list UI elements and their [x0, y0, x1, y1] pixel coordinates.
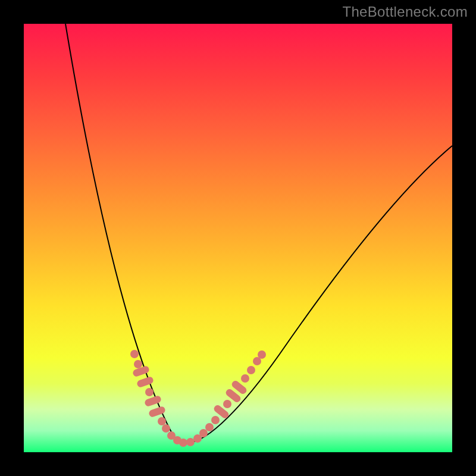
data-point — [205, 423, 214, 431]
data-point — [134, 360, 142, 368]
data-point — [130, 350, 139, 358]
chart-svg — [24, 24, 452, 452]
bottleneck-curve — [65, 24, 452, 443]
chart-plot-area — [24, 24, 452, 452]
watermark-text: TheBottleneck.com — [342, 4, 468, 20]
data-point — [199, 429, 208, 437]
data-point — [179, 439, 187, 447]
data-point — [186, 438, 195, 446]
data-point — [158, 417, 166, 425]
data-point — [162, 424, 170, 433]
data-point — [247, 366, 255, 374]
data-point — [241, 374, 249, 383]
data-point — [258, 350, 266, 359]
data-point — [223, 400, 231, 408]
data-point — [145, 388, 154, 396]
data-point — [211, 416, 220, 424]
